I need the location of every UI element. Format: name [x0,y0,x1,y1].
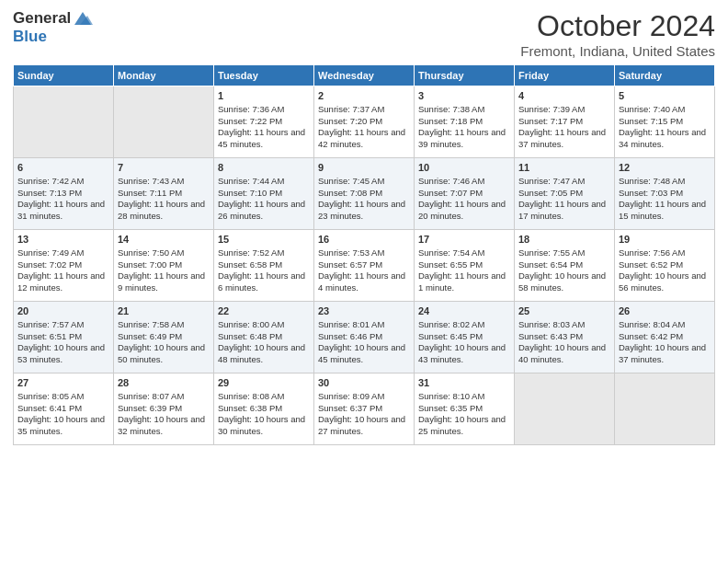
main-title: October 2024 [520,9,715,43]
daylight-text: Daylight: 11 hours and 20 minutes. [418,199,510,223]
sunrise-text: Sunrise: 7:44 AM [218,176,310,188]
sunset-text: Sunset: 7:22 PM [218,116,310,128]
sunset-text: Sunset: 6:42 PM [619,331,711,343]
day-cell: 3Sunrise: 7:38 AMSunset: 7:18 PMDaylight… [415,86,515,158]
header-row: SundayMondayTuesdayWednesdayThursdayFrid… [14,65,715,86]
sunset-text: Sunset: 7:15 PM [619,116,711,128]
day-cell: 11Sunrise: 7:47 AMSunset: 7:05 PMDayligh… [515,158,615,230]
day-number: 6 [17,161,109,175]
day-number: 14 [118,233,210,247]
day-cell: 19Sunrise: 7:56 AMSunset: 6:52 PMDayligh… [615,230,715,302]
day-number: 29 [218,376,310,390]
day-number: 15 [218,233,310,247]
day-number: 24 [418,304,510,318]
daylight-text: Daylight: 11 hours and 45 minutes. [218,127,310,151]
day-cell: 12Sunrise: 7:48 AMSunset: 7:03 PMDayligh… [615,158,715,230]
daylight-text: Daylight: 10 hours and 50 minutes. [118,342,210,366]
daylight-text: Daylight: 10 hours and 40 minutes. [518,342,610,366]
col-header-monday: Monday [114,65,214,86]
day-number: 4 [518,89,610,103]
day-number: 20 [17,304,109,318]
sunset-text: Sunset: 7:11 PM [118,188,210,200]
sunset-text: Sunset: 6:49 PM [118,331,210,343]
sunrise-text: Sunrise: 7:42 AM [17,176,109,188]
col-header-sunday: Sunday [14,65,114,86]
day-number: 5 [619,89,711,103]
daylight-text: Daylight: 11 hours and 17 minutes. [518,199,610,223]
day-number: 31 [418,376,510,390]
sunset-text: Sunset: 7:07 PM [418,188,510,200]
day-cell: 13Sunrise: 7:49 AMSunset: 7:02 PMDayligh… [14,230,114,302]
sunrise-text: Sunrise: 8:00 AM [218,319,310,331]
day-cell: 6Sunrise: 7:42 AMSunset: 7:13 PMDaylight… [14,158,114,230]
day-number: 8 [218,161,310,175]
day-number: 21 [118,304,210,318]
sunset-text: Sunset: 7:02 PM [17,259,109,271]
day-cell: 4Sunrise: 7:39 AMSunset: 7:17 PMDaylight… [515,86,615,158]
daylight-text: Daylight: 11 hours and 1 minute. [418,270,510,294]
week-row-2: 6Sunrise: 7:42 AMSunset: 7:13 PMDaylight… [14,158,715,230]
day-cell: 25Sunrise: 8:03 AMSunset: 6:43 PMDayligh… [515,302,615,373]
day-cell: 14Sunrise: 7:50 AMSunset: 7:00 PMDayligh… [114,230,214,302]
day-cell: 17Sunrise: 7:54 AMSunset: 6:55 PMDayligh… [415,230,515,302]
daylight-text: Daylight: 10 hours and 35 minutes. [17,414,109,438]
sunrise-text: Sunrise: 7:48 AM [619,176,711,188]
day-number: 28 [118,376,210,390]
week-row-4: 20Sunrise: 7:57 AMSunset: 6:51 PMDayligh… [14,302,715,373]
sunset-text: Sunset: 6:37 PM [318,403,410,415]
day-cell: 29Sunrise: 8:08 AMSunset: 6:38 PMDayligh… [214,373,314,445]
sunrise-text: Sunrise: 7:57 AM [17,319,109,331]
daylight-text: Daylight: 11 hours and 15 minutes. [619,199,711,223]
subtitle: Fremont, Indiana, United States [520,43,715,59]
sunset-text: Sunset: 6:48 PM [218,331,310,343]
week-row-3: 13Sunrise: 7:49 AMSunset: 7:02 PMDayligh… [14,230,715,302]
header: General Blue October 2024 Fremont, India… [13,9,715,59]
sunrise-text: Sunrise: 7:43 AM [118,176,210,188]
day-cell: 5Sunrise: 7:40 AMSunset: 7:15 PMDaylight… [615,86,715,158]
daylight-text: Daylight: 11 hours and 39 minutes. [418,127,510,151]
sunrise-text: Sunrise: 8:08 AM [218,391,310,403]
sunrise-text: Sunrise: 7:49 AM [17,247,109,259]
sunrise-text: Sunrise: 8:03 AM [518,319,610,331]
day-number: 23 [318,304,410,318]
day-number: 25 [518,304,610,318]
daylight-text: Daylight: 11 hours and 34 minutes. [619,127,711,151]
day-number: 3 [418,89,510,103]
day-cell: 2Sunrise: 7:37 AMSunset: 7:20 PMDaylight… [314,86,415,158]
daylight-text: Daylight: 10 hours and 32 minutes. [118,414,210,438]
sunset-text: Sunset: 6:46 PM [318,331,410,343]
day-cell: 23Sunrise: 8:01 AMSunset: 6:46 PMDayligh… [314,302,415,373]
day-number: 19 [619,233,711,247]
day-cell: 28Sunrise: 8:07 AMSunset: 6:39 PMDayligh… [114,373,214,445]
day-cell: 24Sunrise: 8:02 AMSunset: 6:45 PMDayligh… [415,302,515,373]
day-cell: 10Sunrise: 7:46 AMSunset: 7:07 PMDayligh… [415,158,515,230]
daylight-text: Daylight: 11 hours and 12 minutes. [17,270,109,294]
sunset-text: Sunset: 7:08 PM [318,188,410,200]
sunrise-text: Sunrise: 8:09 AM [318,391,410,403]
day-number: 16 [318,233,410,247]
sunset-text: Sunset: 6:43 PM [518,331,610,343]
sunrise-text: Sunrise: 8:04 AM [619,319,711,331]
col-header-thursday: Thursday [415,65,515,86]
sunrise-text: Sunrise: 7:45 AM [318,176,410,188]
daylight-text: Daylight: 10 hours and 43 minutes. [418,342,510,366]
sunrise-text: Sunrise: 7:40 AM [619,104,711,116]
day-cell: 30Sunrise: 8:09 AMSunset: 6:37 PMDayligh… [314,373,415,445]
day-number: 11 [518,161,610,175]
day-number: 17 [418,233,510,247]
sunset-text: Sunset: 6:51 PM [17,331,109,343]
day-cell [615,373,715,445]
day-number: 22 [218,304,310,318]
logo-general: General [13,9,71,28]
day-number: 12 [619,161,711,175]
day-cell: 9Sunrise: 7:45 AMSunset: 7:08 PMDaylight… [314,158,415,230]
day-cell: 22Sunrise: 8:00 AMSunset: 6:48 PMDayligh… [214,302,314,373]
title-block: October 2024 Fremont, Indiana, United St… [520,9,715,59]
sunrise-text: Sunrise: 7:47 AM [518,176,610,188]
logo: General Blue [13,9,93,46]
day-cell [114,86,214,158]
day-cell: 15Sunrise: 7:52 AMSunset: 6:58 PMDayligh… [214,230,314,302]
day-number: 9 [318,161,410,175]
sunrise-text: Sunrise: 7:38 AM [418,104,510,116]
sunset-text: Sunset: 6:45 PM [418,331,510,343]
